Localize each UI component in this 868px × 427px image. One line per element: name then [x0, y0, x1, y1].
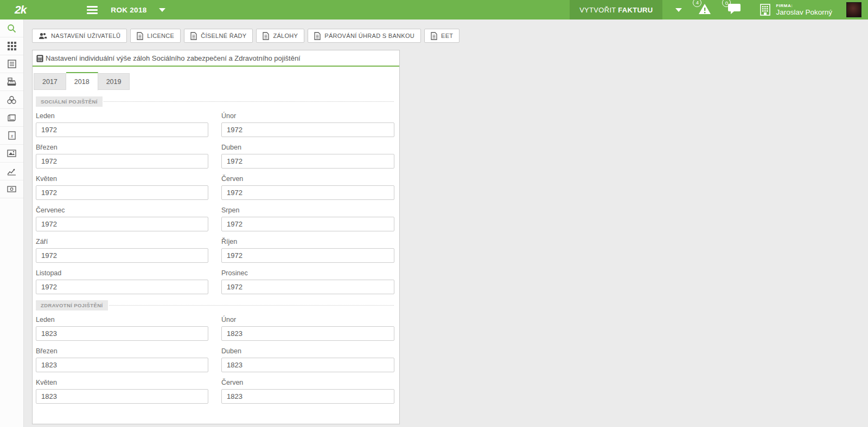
- toolbar-button-label: PÁROVÁNÍ ÚHRAD S BANKOU: [324, 33, 414, 39]
- month-label: Srpen: [221, 206, 394, 214]
- month-label: Březen: [36, 144, 208, 151]
- month-input-social[interactable]: [36, 217, 208, 231]
- toolbar-button-label: LICENCE: [147, 33, 174, 39]
- sidebar-item-search[interactable]: [0, 20, 23, 37]
- document-icon: [190, 32, 197, 40]
- toolbar-button-number-series[interactable]: ČÍSELNÉ ŘADY: [184, 29, 253, 43]
- toolbar-button-licence[interactable]: LICENCE: [130, 29, 181, 43]
- sidebar-item-assets[interactable]: [0, 91, 23, 109]
- month-input-social[interactable]: [221, 185, 394, 200]
- section-title-badge: SOCIÁLNÍ POJIŠTĚNÍ: [36, 96, 103, 107]
- year-caret-down-icon[interactable]: [159, 8, 165, 12]
- month-field: Květen: [36, 175, 208, 200]
- month-input-social[interactable]: [221, 248, 394, 263]
- company-switcher[interactable]: FIRMA: Jaroslav Pokorný: [760, 3, 832, 17]
- main-content: NASTAVENÍ UŽIVATELŮLICENCEČÍSELNÉ ŘADYZÁ…: [24, 20, 868, 427]
- month-input-social[interactable]: [36, 122, 208, 137]
- sidebar-item-payments[interactable]: [0, 180, 23, 198]
- toolbar-button-bank-matching[interactable]: PÁROVÁNÍ ÚHRAD S BANKOU: [308, 29, 421, 43]
- sidebar-item-cash-register[interactable]: [0, 73, 23, 91]
- user-avatar[interactable]: [846, 2, 861, 17]
- toolbar-button-label: ČÍSELNÉ ŘADY: [201, 33, 246, 39]
- month-input-social[interactable]: [221, 280, 394, 294]
- month-field: Březen: [36, 144, 208, 169]
- month-field: Listopad: [36, 269, 208, 294]
- month-label: Září: [36, 238, 208, 245]
- month-label: Červen: [221, 175, 394, 183]
- month-input-health[interactable]: [221, 358, 394, 372]
- month-field: Leden: [36, 316, 208, 341]
- company-label: FIRMA:: [776, 3, 832, 8]
- document-icon: [137, 32, 143, 40]
- section-divider: [104, 101, 394, 102]
- create-invoice-label: VYTVOŘIT: [579, 6, 616, 14]
- advances-settings-panel: Nastavení individuální výše záloh Sociál…: [32, 50, 400, 424]
- tab-2017[interactable]: 2017: [34, 73, 66, 90]
- fields-grid-social: LedenÚnorBřezenDubenKvětenČervenČervenec…: [36, 112, 394, 294]
- month-label: Červen: [221, 379, 394, 386]
- month-label: Únor: [221, 316, 394, 324]
- month-input-health[interactable]: [36, 389, 208, 404]
- month-input-health[interactable]: [36, 358, 208, 372]
- month-input-health[interactable]: [221, 389, 394, 404]
- company-name: Jaroslav Pokorný: [776, 8, 832, 17]
- month-field: Červen: [221, 379, 394, 404]
- tab-2019[interactable]: 2019: [98, 73, 130, 90]
- month-field: Září: [36, 238, 208, 263]
- month-field: Únor: [221, 112, 394, 137]
- coins-icon: [7, 96, 16, 104]
- hamburger-menu-icon[interactable]: [87, 4, 98, 16]
- toolbar-button-label: NASTAVENÍ UŽIVATELŮ: [51, 33, 120, 39]
- month-input-social[interactable]: [36, 154, 208, 169]
- toolbar-button-user-settings[interactable]: NASTAVENÍ UŽIVATELŮ: [32, 29, 127, 43]
- invoice-list-icon: [8, 60, 16, 68]
- month-label: Únor: [221, 112, 394, 120]
- settings-toolbar: NASTAVENÍ UŽIVATELŮLICENCEČÍSELNÉ ŘADYZÁ…: [24, 20, 868, 43]
- sidebar-item-reports[interactable]: [0, 163, 23, 180]
- sidebar-item-modules[interactable]: [0, 37, 23, 55]
- fields-grid-health: LedenÚnorBřezenDubenKvětenČerven: [36, 316, 394, 404]
- month-input-social[interactable]: [221, 122, 394, 137]
- sidebar-item-export[interactable]: x̄: [0, 127, 23, 145]
- month-field: Květen: [36, 379, 208, 404]
- toolbar-button-eet[interactable]: EET: [424, 29, 459, 43]
- document-icon: [314, 32, 321, 40]
- building-icon: [760, 4, 771, 16]
- month-label: Březen: [36, 347, 208, 355]
- month-input-social[interactable]: [36, 248, 208, 263]
- panel-body: SOCIÁLNÍ POJIŠTĚNÍLedenÚnorBřezenDubenKv…: [33, 96, 399, 404]
- tab-2018[interactable]: 2018: [66, 72, 98, 90]
- left-sidebar: x̄: [0, 20, 24, 427]
- cash-register-icon: [7, 77, 16, 86]
- toolbar-button-label: ZÁLOHY: [273, 33, 298, 39]
- document-icon: [263, 32, 269, 40]
- month-input-health[interactable]: [36, 326, 208, 341]
- month-field: Duben: [221, 144, 394, 169]
- sidebar-item-gallery[interactable]: [0, 145, 23, 163]
- month-input-social[interactable]: [36, 185, 208, 200]
- create-invoice-caret-down-icon[interactable]: [675, 8, 682, 12]
- month-input-health[interactable]: [221, 326, 394, 341]
- month-field: Duben: [221, 347, 394, 372]
- sidebar-item-journal[interactable]: [0, 109, 23, 127]
- warnings-button[interactable]: 4: [698, 3, 711, 17]
- month-field: Červen: [221, 175, 394, 200]
- app-logo[interactable]: 2k: [15, 0, 26, 20]
- month-label: Květen: [36, 379, 208, 386]
- create-invoice-button[interactable]: VYTVOŘIT FAKTURU: [570, 0, 662, 20]
- year-menu[interactable]: ROK 2018: [111, 6, 146, 14]
- month-field: Březen: [36, 347, 208, 372]
- banknote-icon: [7, 186, 16, 192]
- month-input-social[interactable]: [221, 217, 394, 231]
- toolbar-button-advances[interactable]: ZÁLOHY: [256, 29, 304, 43]
- top-bar: 2k ROK 2018 VYTVOŘIT FAKTURU 4 0: [0, 0, 868, 20]
- month-field: Leden: [36, 112, 208, 137]
- users-icon: [39, 33, 47, 40]
- messages-button[interactable]: 0: [727, 3, 741, 16]
- document-x-icon: x̄: [8, 131, 16, 140]
- month-field: Srpen: [221, 206, 394, 231]
- sidebar-item-invoices[interactable]: [0, 55, 23, 73]
- month-input-social[interactable]: [221, 154, 394, 169]
- month-input-social[interactable]: [36, 280, 208, 294]
- section-header-social: SOCIÁLNÍ POJIŠTĚNÍ: [36, 96, 394, 107]
